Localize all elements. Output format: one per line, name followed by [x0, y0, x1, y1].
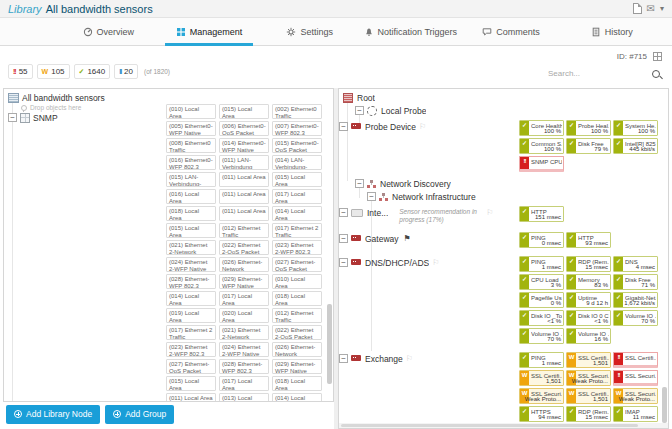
status-chip-error[interactable]: !!55: [8, 64, 33, 79]
library-sensor-box[interactable]: (007) Ethernet0-WFP 802.3: [272, 121, 322, 136]
library-sensor-box[interactable]: (016) Local Area: [166, 189, 216, 204]
library-sensor-box[interactable]: (014) Local Area: [166, 291, 216, 306]
library-sensor-box[interactable]: (027) Ethernet-QoS Packet: [166, 359, 216, 374]
sensor-box[interactable]: !!SNMP CPU...: [519, 156, 564, 172]
library-sensor-box[interactable]: (028) Ethernet-WFP 802.3: [219, 359, 269, 374]
sensor-box[interactable]: !!SSL Certifi...: [613, 352, 658, 368]
tree-label[interactable]: Root: [357, 93, 375, 103]
sensor-box[interactable]: ✓System He...100 %: [613, 120, 658, 136]
sensor-box[interactable]: ✓Disk Free71 %: [613, 274, 658, 290]
sensor-box[interactable]: ✓Common S...100 %: [519, 138, 564, 154]
library-sensor-box[interactable]: (021) Ethernet 2-Network: [219, 325, 269, 340]
tree-label[interactable]: Network Discovery: [380, 179, 451, 189]
library-sensor-box[interactable]: (017) Local Area: [219, 376, 269, 391]
sensor-box[interactable]: ✓Volume IO ...16 %: [566, 328, 611, 344]
library-sensor-box[interactable]: (019) Local Area: [166, 308, 216, 323]
sensor-box[interactable]: !!SSL Securi...: [613, 370, 658, 386]
library-sensor-box[interactable]: (029) Ethernet-WFP Native: [219, 274, 269, 289]
priority-flag-icon[interactable]: ⚐: [419, 122, 426, 131]
library-sensor-box[interactable]: (008) Ethernet0 Traffic: [166, 138, 216, 153]
library-sensor-box[interactable]: (026) Ethernet-Network: [219, 257, 269, 272]
collapse-toggle[interactable]: [339, 354, 348, 363]
library-sensor-box[interactable]: (024) Ethernet 2-WFP Native: [166, 257, 216, 272]
new-window-icon[interactable]: [633, 3, 642, 14]
sensor-box[interactable]: WSSL Securi...Weak Proto...: [566, 370, 611, 386]
library-sensor-box[interactable]: (006) Ethernet0-QoS Packet: [219, 121, 269, 136]
library-sensor-box[interactable]: (026) Ethernet-Network: [272, 342, 322, 357]
sensor-box[interactable]: WSSL Securi...Weak Proto...: [519, 388, 564, 404]
collapse-toggle[interactable]: [367, 192, 376, 201]
left-panel-scrollbar[interactable]: [327, 304, 332, 384]
library-sensor-box[interactable]: (022) Ethernet 2-QoS Packet: [219, 240, 269, 255]
sensor-box[interactable]: ✓DNS4 msec: [613, 256, 658, 272]
library-sensor-box[interactable]: (005) Ethernet0-WFP Native: [166, 121, 216, 136]
library-sensor-box[interactable]: (023) Ethernet 2-WFP 802.3: [166, 342, 216, 357]
library-sensor-box[interactable]: (002) Ethernet0 Traffic: [272, 104, 322, 119]
library-sensor-box[interactable]: (011) Local Area: [219, 172, 269, 187]
library-sensor-box[interactable]: (015) LAN-Verbindung-: [166, 172, 216, 187]
library-sensor-box[interactable]: (013) Local Area: [219, 393, 269, 402]
library-sensor-box[interactable]: (018) Local Area: [272, 376, 322, 391]
library-sensor-box[interactable]: (010) Local Area: [166, 104, 216, 119]
sensor-box[interactable]: ✓Volume IO ...70 %: [519, 328, 564, 344]
sensor-box[interactable]: WSSL Certifi...1,501: [566, 352, 611, 368]
library-sensor-box[interactable]: (015) Local Area: [166, 376, 216, 391]
library-sensor-box[interactable]: (027) Ethernet-QoS Packet: [272, 257, 322, 272]
sensor-box[interactable]: ✓HTTP93 msec: [566, 232, 611, 248]
sensor-box[interactable]: ✓Intel[R] 825...445 kbit/s: [613, 138, 658, 154]
header-menu-caret-icon[interactable]: ▾: [660, 4, 664, 13]
tab-overview[interactable]: Overview: [58, 18, 159, 45]
sensor-box[interactable]: ✓PING0 msec: [519, 232, 564, 248]
add-library-node-button[interactable]: Add Library Node: [6, 405, 100, 424]
sensor-box[interactable]: WSSL Certifi...1,501: [519, 370, 564, 386]
library-sensor-box[interactable]: (028) Ethernet-WFP 802.3: [166, 274, 216, 289]
library-sensor-box[interactable]: (015) Ethernet0-QoS Packet: [272, 138, 322, 153]
library-sensor-box[interactable]: (015) Local Area: [166, 223, 216, 238]
tab-history[interactable]: History: [561, 18, 662, 45]
priority-flag-icon[interactable]: ⚐: [486, 208, 493, 217]
library-sensor-box[interactable]: (014) Local Area: [272, 206, 322, 221]
library-sensor-box[interactable]: (023) Ethernet 2-WFP 802.3: [272, 240, 322, 255]
library-sensor-box[interactable]: (014) LAN-Verbindung-QoS: [272, 155, 322, 170]
library-sensor-box[interactable]: (017) Ethernet 2 Traffic: [272, 223, 322, 238]
email-icon[interactable]: ✉: [647, 4, 655, 14]
library-sensor-box[interactable]: (016) Ethernet0-WFP 802.3: [166, 155, 216, 170]
priority-flag-icon[interactable]: ⚑: [404, 234, 411, 243]
collapse-toggle[interactable]: [339, 234, 348, 243]
collapse-toggle[interactable]: [8, 113, 17, 122]
priority-flag-icon[interactable]: ⚐: [432, 258, 439, 267]
library-sensor-box[interactable]: (012) Ethernet Traffic: [272, 308, 322, 323]
collapse-toggle[interactable]: [355, 179, 364, 188]
sensor-box[interactable]: ✓Memory83 %: [566, 274, 611, 290]
sensor-box[interactable]: ✓Disk Free79 %: [566, 138, 611, 154]
sensor-box[interactable]: ✓Gigabit-Net...1,672 kbit/s: [613, 292, 658, 308]
tree-label[interactable]: Inte...: [367, 208, 388, 218]
library-sensor-box[interactable]: (011) Local Area: [219, 189, 269, 204]
library-sensor-box[interactable]: (015) Local Area: [219, 104, 269, 119]
collapse-toggle[interactable]: [355, 106, 364, 115]
collapse-toggle[interactable]: [339, 208, 348, 217]
library-sensor-box[interactable]: (011) LAN-Verbindung: [219, 155, 269, 170]
library-sensor-box[interactable]: (018) Local Area: [166, 206, 216, 221]
sensor-box[interactable]: ✓Probe Heal...100 %: [566, 120, 611, 136]
right-panel-scrollbar[interactable]: [662, 387, 667, 423]
tab-settings[interactable]: Settings: [259, 18, 360, 45]
library-sensor-box[interactable]: (020) Local Area: [219, 308, 269, 323]
sensor-box[interactable]: ✓Disk IO 0 C:<1 %: [566, 310, 611, 326]
sensor-box[interactable]: ✓RDP (Rem...15 msec: [566, 406, 611, 422]
sensor-box[interactable]: ✓Volume IO ...70 %: [613, 310, 658, 326]
library-sensor-box[interactable]: (024) Ethernet 2-WFP Native: [219, 342, 269, 357]
right-panel-hscrollbar[interactable]: [339, 423, 668, 428]
tree-label[interactable]: DNS/DHCP/ADS: [365, 258, 429, 268]
priority-flag-icon[interactable]: ⚐: [406, 354, 413, 363]
tab-notification-triggers[interactable]: Notification Triggers: [360, 18, 461, 45]
sensor-box[interactable]: ✓PING1 msec: [519, 256, 564, 272]
tab-comments[interactable]: Comments: [461, 18, 562, 45]
sensor-box[interactable]: ✓RDP (Rem...15 msec: [566, 256, 611, 272]
library-sensor-box[interactable]: (014) Ethernet0-WFP Native: [219, 138, 269, 153]
status-chip-paused[interactable]: II20: [114, 64, 138, 79]
sensor-box[interactable]: ✓Uptime9 d 12 h: [566, 292, 611, 308]
sensor-box[interactable]: ✓Pagefile Us...0 %: [519, 292, 564, 308]
sensor-box[interactable]: ✓Core Health100 %: [519, 120, 564, 136]
sensor-box[interactable]: ✓PING1 msec: [519, 352, 564, 368]
